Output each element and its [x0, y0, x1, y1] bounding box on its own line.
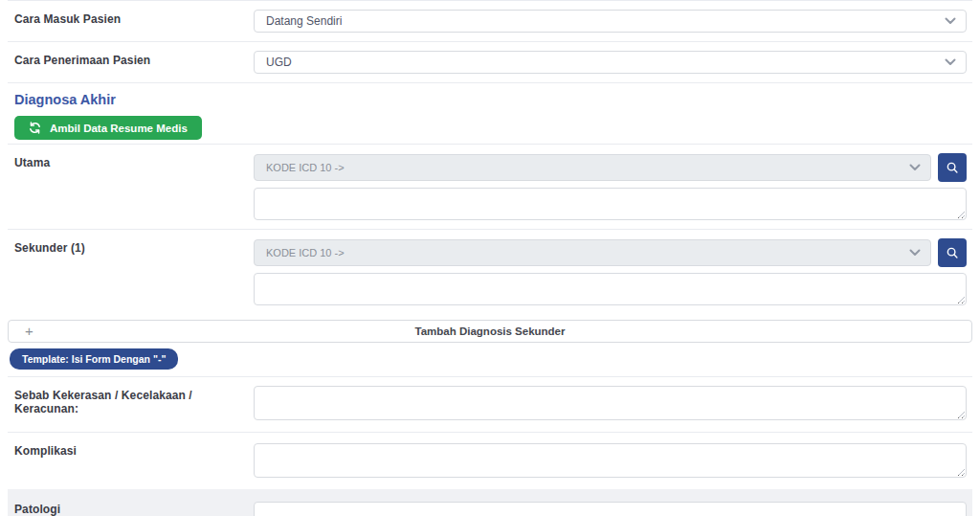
ambil-data-resume-medis-button[interactable]: Ambil Data Resume Medis — [14, 116, 202, 140]
row-komplikasi: Komplikasi — [8, 432, 972, 489]
field-label-sebab: Sebab Kekerasan / Kecelakaan / Keracunan… — [14, 386, 254, 415]
plus-icon: + — [25, 323, 33, 339]
sekunder-notes-textarea[interactable] — [254, 273, 967, 305]
field-label-sekunder: Sekunder (1) — [14, 238, 254, 255]
row-cara-penerimaan: Cara Penerimaan Pasien UGD — [8, 41, 972, 82]
field-label-utama: Utama — [14, 153, 254, 169]
chevron-down-icon — [909, 164, 921, 171]
field-label-komplikasi: Komplikasi — [14, 441, 254, 458]
row-diagnosa-sekunder: Sekunder (1) KODE ICD 10 -> — [8, 229, 972, 314]
cara-masuk-selected-value: Datang Sendiri — [266, 14, 342, 28]
sekunder-icd-select: KODE ICD 10 -> — [254, 239, 931, 266]
chevron-down-icon — [945, 58, 956, 66]
field-label-cara-masuk: Cara Masuk Pasien — [14, 10, 254, 26]
refresh-icon — [29, 122, 41, 134]
row-diagnosa-utama: Utama KODE ICD 10 -> — [8, 144, 972, 229]
row-patologi: Patologi — [8, 489, 972, 516]
row-cara-masuk: Cara Masuk Pasien Datang Sendiri — [8, 0, 972, 41]
utama-icd-placeholder: KODE ICD 10 -> — [266, 162, 345, 173]
section-title: Diagnosa Akhir — [14, 92, 967, 107]
sebab-textarea[interactable] — [254, 386, 967, 420]
utama-icd-search-button[interactable] — [938, 153, 967, 182]
section-diagnosa-akhir: Diagnosa Akhir Ambil Data Resume Medis — [8, 82, 972, 144]
template-fill-button[interactable]: Template: Isi Form Dengan "-" — [10, 348, 178, 370]
tambah-diagnosis-sekunder-button[interactable]: + Tambah Diagnosis Sekunder — [8, 320, 972, 343]
chevron-down-icon — [909, 249, 921, 257]
search-icon — [946, 161, 959, 174]
sekunder-icd-placeholder: KODE ICD 10 -> — [266, 247, 345, 258]
tambah-button-label: Tambah Diagnosis Sekunder — [415, 325, 566, 337]
cara-penerimaan-selected-value: UGD — [266, 56, 292, 69]
sekunder-icd-search-button[interactable] — [938, 238, 967, 267]
ambil-button-label: Ambil Data Resume Medis — [50, 123, 188, 134]
field-label-patologi: Patologi — [14, 500, 254, 516]
utama-icd-select: KODE ICD 10 -> — [254, 154, 931, 181]
search-icon — [946, 246, 959, 259]
row-tambah-sekunder: + Tambah Diagnosis Sekunder — [8, 314, 972, 343]
row-sebab: Sebab Kekerasan / Kecelakaan / Keracunan… — [8, 376, 972, 432]
diagnosis-form: Cara Masuk Pasien Datang Sendiri Cara Pe… — [0, 0, 980, 516]
cara-masuk-select[interactable]: Datang Sendiri — [254, 10, 967, 33]
utama-notes-textarea[interactable] — [254, 188, 967, 220]
field-label-cara-penerimaan: Cara Penerimaan Pasien — [14, 51, 254, 67]
row-template: Template: Isi Form Dengan "-" — [8, 343, 972, 376]
chevron-down-icon — [945, 17, 956, 25]
cara-penerimaan-select[interactable]: UGD — [254, 51, 967, 74]
patologi-textarea[interactable] — [254, 502, 967, 516]
komplikasi-textarea[interactable] — [254, 443, 967, 478]
